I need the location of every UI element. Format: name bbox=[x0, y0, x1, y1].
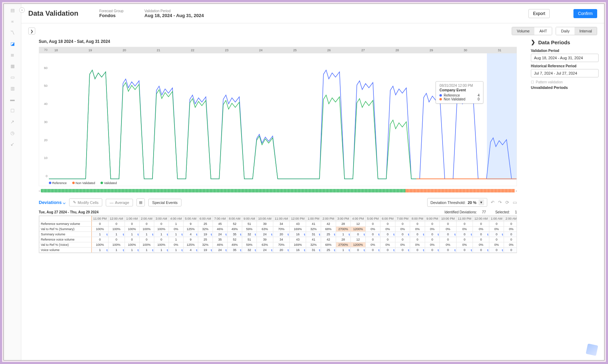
minimap-next-icon[interactable]: › bbox=[516, 189, 517, 193]
grid-cell[interactable]: 0 bbox=[410, 232, 425, 237]
tab-aht[interactable]: AHT bbox=[534, 27, 552, 35]
grid-cell[interactable]: 32 bbox=[242, 248, 257, 253]
grid-cell[interactable]: 1 bbox=[336, 232, 351, 237]
grid-cell[interactable]: 0 bbox=[489, 232, 504, 237]
expand-panel-button[interactable]: ❯ bbox=[28, 28, 35, 35]
grid-cell[interactable]: 31 bbox=[306, 232, 321, 237]
hr-field[interactable]: Jul 7, 2024 - Jul 27, 2024 bbox=[531, 69, 599, 77]
book-open-icon[interactable]: ▭ bbox=[513, 200, 517, 205]
grid-cell[interactable]: 19 bbox=[198, 232, 213, 237]
grid-cell[interactable]: 25 bbox=[321, 232, 336, 237]
tab-daily[interactable]: Daily bbox=[556, 27, 574, 35]
grid-cell[interactable]: 25 bbox=[321, 248, 336, 253]
grid-cell[interactable]: 0 bbox=[456, 248, 473, 253]
grid-cell[interactable]: 1 bbox=[154, 248, 169, 253]
grid-cell[interactable]: 20 bbox=[273, 248, 289, 253]
validate-icon[interactable]: ◪ bbox=[10, 41, 15, 46]
grid-cell[interactable]: 19 bbox=[198, 248, 213, 253]
grid-cell[interactable]: 24 bbox=[257, 232, 273, 237]
bars-icon[interactable]: ≣ bbox=[10, 52, 15, 58]
book-icon[interactable]: ▬ bbox=[10, 97, 15, 102]
grid-cell[interactable]: 1 bbox=[108, 248, 125, 253]
grid-cell[interactable]: 0 bbox=[440, 232, 457, 237]
grid-cell[interactable]: 20 bbox=[273, 232, 289, 237]
grid-cell[interactable]: 0 bbox=[504, 232, 517, 237]
export-button[interactable]: Export bbox=[528, 9, 550, 18]
grid-cell[interactable]: 0 bbox=[380, 232, 395, 237]
grid-cell[interactable]: 0 bbox=[425, 232, 440, 237]
grid-cell[interactable]: 35 bbox=[227, 248, 242, 253]
grid-cell[interactable]: 0 bbox=[351, 248, 366, 253]
grid-cell[interactable]: 0 bbox=[365, 248, 380, 253]
grid-cell[interactable]: 1 bbox=[336, 248, 351, 253]
tab-interval[interactable]: Interval bbox=[574, 27, 597, 35]
confirm-button[interactable]: Confirm bbox=[573, 9, 597, 18]
grid-cell[interactable]: 0 bbox=[489, 248, 504, 253]
calendar-icon[interactable]: ☐ bbox=[10, 108, 15, 113]
grid-cell[interactable]: 0 bbox=[410, 248, 425, 253]
grid-cell: 0% bbox=[365, 227, 380, 232]
grid-cell[interactable]: 35 bbox=[227, 232, 242, 237]
tab-volume[interactable]: Volume bbox=[512, 27, 535, 35]
grid-cell: 39 bbox=[257, 221, 273, 227]
refresh-icon[interactable]: ⟳ bbox=[505, 200, 509, 205]
grid-cell[interactable]: 16 bbox=[289, 232, 306, 237]
grid-cell[interactable]: 0 bbox=[365, 232, 380, 237]
chart-minimap[interactable]: ‹ › bbox=[39, 188, 517, 193]
grid-cell[interactable]: 24 bbox=[257, 248, 273, 253]
grid-cell[interactable]: 24 bbox=[213, 248, 227, 253]
grid-cell[interactable]: 0 bbox=[380, 248, 395, 253]
pattern-validation-checkbox[interactable]: ☐Pattern validation bbox=[531, 80, 599, 84]
share-icon[interactable]: ∝ bbox=[10, 18, 15, 24]
minimap-prev-icon[interactable]: ‹ bbox=[39, 189, 40, 193]
grid-cell[interactable]: 1 bbox=[92, 248, 109, 253]
grid-cell[interactable]: 1 bbox=[139, 232, 154, 237]
threshold-dropdown-icon[interactable]: ▾ bbox=[479, 199, 484, 205]
trend-icon[interactable]: ↗ bbox=[10, 119, 15, 124]
table-icon[interactable]: ▥ bbox=[10, 85, 15, 91]
grid-cell[interactable]: 1 bbox=[92, 232, 109, 237]
grid-cell[interactable]: 1 bbox=[125, 232, 139, 237]
chart-icon[interactable]: 〽 bbox=[10, 30, 15, 35]
grid-cell[interactable]: 1 bbox=[108, 232, 125, 237]
clock-icon[interactable]: ◷ bbox=[10, 130, 15, 136]
grid-cell[interactable]: 0 bbox=[473, 248, 489, 253]
vp-field[interactable]: Aug 18, 2024 - Aug 31, 2024 bbox=[531, 54, 599, 62]
grid-cell[interactable]: 0 bbox=[351, 232, 366, 237]
special-events-button[interactable]: Special Events bbox=[148, 199, 181, 206]
grid-cell[interactable]: 32 bbox=[242, 232, 257, 237]
grid-cell[interactable]: 1 bbox=[125, 248, 139, 253]
redo-icon[interactable]: ↷ bbox=[498, 200, 502, 205]
doc-icon[interactable]: ▤ bbox=[10, 7, 15, 13]
grid-cell[interactable]: 0 bbox=[395, 248, 410, 253]
collapse-icon[interactable]: ↙ bbox=[10, 141, 15, 147]
deviation-threshold[interactable]: Deviation Threshold: 20 % ▾ bbox=[427, 198, 487, 207]
sheet-icon[interactable]: ▭ bbox=[10, 74, 15, 80]
grid-cell[interactable]: 24 bbox=[213, 232, 227, 237]
grid-cell[interactable]: 1 bbox=[169, 232, 183, 237]
grid-cell[interactable]: 0 bbox=[425, 248, 440, 253]
grid-cell[interactable]: 31 bbox=[306, 248, 321, 253]
average-button[interactable]: —Average bbox=[106, 199, 133, 206]
grid-cell[interactable]: 0 bbox=[395, 232, 410, 237]
grid-cell[interactable]: 4 bbox=[183, 232, 198, 237]
grid-cell[interactable]: 16 bbox=[289, 248, 306, 253]
grid-cell[interactable]: 0 bbox=[440, 248, 457, 253]
modify-cells-button[interactable]: ✎Modify Cells bbox=[69, 198, 102, 206]
volume-chart[interactable]: 1819202122232425262728293031 01020304050… bbox=[39, 47, 517, 186]
deviations-dropdown[interactable]: Deviations ⌵ bbox=[39, 200, 66, 205]
grid-cell[interactable]: 1 bbox=[154, 232, 169, 237]
grid-cell[interactable]: 1 bbox=[169, 248, 183, 253]
minimap-bar[interactable] bbox=[41, 189, 514, 192]
undo-icon[interactable]: ↶ bbox=[491, 200, 495, 205]
grid-cell[interactable]: 1 bbox=[139, 248, 154, 253]
calendar-button[interactable]: ▦ bbox=[136, 198, 145, 206]
deviations-grid[interactable]: 11:00 PM12:00 AM1:00 AM2:00 AM3:00 AM4:0… bbox=[39, 215, 517, 253]
validation-period-label: Validation Period bbox=[144, 9, 204, 13]
grid-icon[interactable]: ▦ bbox=[10, 63, 15, 69]
grid-cell[interactable]: 0 bbox=[456, 232, 473, 237]
grid-cell[interactable]: 0 bbox=[473, 232, 489, 237]
grid-cell[interactable]: 0 bbox=[504, 248, 517, 253]
grid-cell[interactable]: 4 bbox=[183, 248, 198, 253]
panel-collapse-icon[interactable]: ❯ bbox=[531, 39, 535, 45]
